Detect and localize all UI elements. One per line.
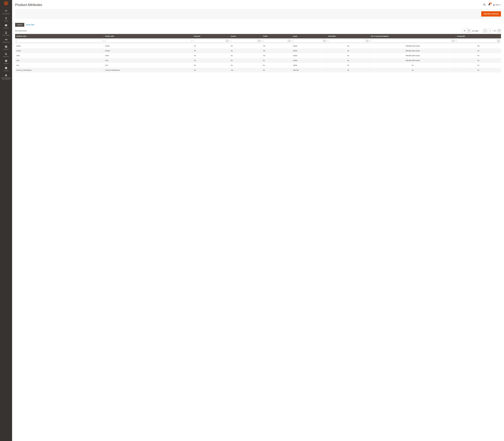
- column-filter: [262, 38, 292, 44]
- main-content: Product Attributes 65 admin ▼ Add New At…: [12, 0, 504, 441]
- sidebar-item-label: SYSTEM: [4, 70, 8, 71]
- reset-filter-link[interactable]: Reset Filter: [26, 24, 34, 26]
- magento-logo[interactable]: [4, 1, 8, 6]
- filter-select[interactable]: [457, 39, 500, 42]
- table-row[interactable]: collarCollarNoNoYesGlobalNoFilterable (w…: [15, 53, 501, 58]
- sidebar-item-content[interactable]: CONTENT: [1, 44, 11, 51]
- table-cell: No: [193, 68, 230, 73]
- gear-icon: [1, 67, 11, 69]
- table-cell: Cost: [104, 63, 193, 68]
- records-row: 69 records found per page of 4: [15, 29, 501, 32]
- filter-select[interactable]: [263, 39, 291, 42]
- column-header[interactable]: System: [230, 34, 262, 38]
- column-header[interactable]: Attribute Code↓: [15, 34, 104, 38]
- svg-line-2: [485, 5, 485, 6]
- filter-text-input[interactable]: [105, 39, 192, 42]
- blocks-icon: [1, 74, 11, 77]
- table-row[interactable]: country_of_manufactureCountry of Manufac…: [15, 68, 501, 73]
- sidebar-item-marketing[interactable]: MARKETING: [1, 37, 11, 45]
- sidebar-item-stores[interactable]: STORES: [1, 59, 11, 66]
- caret-down-icon: [288, 39, 291, 42]
- table-cell: Filterable (with results): [370, 48, 456, 53]
- column-header[interactable]: Required: [193, 34, 230, 38]
- caret-down-icon: ▼: [500, 4, 501, 5]
- svg-point-3: [494, 4, 494, 5]
- table-cell: activity: [15, 44, 104, 48]
- megaphone-icon: [1, 38, 11, 41]
- svg-point-1: [484, 4, 485, 5]
- column-header[interactable]: Scope: [292, 34, 327, 38]
- caret-down-icon: [366, 39, 368, 42]
- sidebar-item-label: SALES: [4, 20, 8, 22]
- caret-down-icon: [497, 39, 500, 42]
- filter-select[interactable]: [371, 39, 455, 42]
- column-header[interactable]: Comparable: [456, 34, 501, 38]
- sidebar-item-dashboard[interactable]: DASHBOARD: [1, 9, 11, 16]
- sidebar-item-sales[interactable]: SALES: [1, 16, 11, 23]
- sidebar-item-label: CATALOG: [3, 27, 9, 29]
- filter-text-input[interactable]: [16, 39, 103, 42]
- table-cell: No: [230, 63, 262, 68]
- notifications-icon[interactable]: 65: [488, 3, 490, 6]
- notification-badge: 65: [489, 3, 492, 4]
- admin-sidebar: DASHBOARDSALESCATALOGCUSTOMERSMARKETINGC…: [0, 0, 12, 441]
- header-actions: 65 admin ▼: [483, 3, 501, 6]
- table-cell: Collar: [104, 53, 193, 58]
- table-cell: No: [327, 53, 370, 58]
- table-cell: No: [230, 44, 262, 48]
- table-cell: No: [193, 44, 230, 48]
- filter-select[interactable]: [293, 39, 325, 42]
- table-cell: No: [456, 53, 501, 58]
- sidebar-item-label: FIND PARTNERS & EXTENSIONS: [1, 77, 11, 80]
- sidebar-item-reports[interactable]: REPORTS: [1, 51, 11, 59]
- table-cell: Global: [292, 58, 327, 63]
- attributes-grid: Attribute Code↓Default LabelRequiredSyst…: [15, 34, 501, 73]
- table-row[interactable]: climateClimateNoNoYesGlobalNoFilterable …: [15, 48, 501, 53]
- column-header[interactable]: Searchable: [327, 34, 370, 38]
- prev-page-button[interactable]: [483, 29, 487, 32]
- table-cell: Global: [292, 48, 327, 53]
- page-size-dropdown-button[interactable]: [467, 29, 471, 32]
- table-cell: No: [327, 44, 370, 48]
- user-menu[interactable]: admin ▼: [493, 4, 501, 6]
- column-filter: [370, 38, 456, 44]
- sidebar-item-catalog[interactable]: CATALOG: [1, 23, 11, 30]
- sidebar-item-customers[interactable]: CUSTOMERS: [1, 30, 11, 37]
- user-name: admin: [496, 4, 499, 6]
- filter-select[interactable]: [194, 39, 228, 42]
- add-new-attribute-button[interactable]: Add New Attribute: [481, 11, 501, 16]
- column-header[interactable]: Use in Layered Navigation: [370, 34, 456, 38]
- next-page-button[interactable]: [497, 29, 501, 32]
- caret-down-icon: [468, 30, 470, 31]
- table-cell: Filterable (with results): [370, 44, 456, 48]
- page-size-input[interactable]: [462, 29, 467, 32]
- current-page-input[interactable]: [488, 29, 492, 32]
- filter-select[interactable]: [328, 39, 368, 42]
- column-header[interactable]: Default Label: [104, 34, 193, 38]
- table-cell: No: [456, 58, 501, 63]
- table-cell: No: [327, 68, 370, 73]
- sidebar-item-system[interactable]: SYSTEM: [1, 66, 11, 73]
- page-title: Product Attributes: [15, 3, 42, 7]
- dashboard-icon: [1, 10, 11, 13]
- table-row[interactable]: costCostNoNoNoGlobalNoNoNo: [15, 63, 501, 68]
- table-cell: No: [327, 63, 370, 68]
- storefront-icon: [1, 60, 11, 62]
- caret-down-icon: [452, 39, 455, 42]
- caret-down-icon: [258, 39, 260, 42]
- search-icon[interactable]: [483, 3, 486, 6]
- column-filter: [104, 38, 193, 44]
- search-button[interactable]: Search: [15, 23, 24, 27]
- bars-icon: [1, 52, 11, 55]
- svg-point-0: [6, 32, 7, 32]
- sidebar-item-label: MARKETING: [3, 42, 9, 43]
- filter-select[interactable]: [231, 39, 260, 42]
- chevron-left-icon: [484, 30, 486, 31]
- table-cell: No: [456, 63, 501, 68]
- table-row[interactable]: colorColorNoNoNoGlobalNoFilterable (with…: [15, 58, 501, 63]
- column-header[interactable]: Visible: [262, 34, 292, 38]
- records-found-text: 69 records found: [15, 30, 27, 32]
- table-cell: collar: [15, 53, 104, 58]
- table-row[interactable]: activityActivityNoNoYesGlobalNoFilterabl…: [15, 44, 501, 48]
- sidebar-item-find[interactable]: FIND PARTNERS & EXTENSIONS: [1, 73, 11, 81]
